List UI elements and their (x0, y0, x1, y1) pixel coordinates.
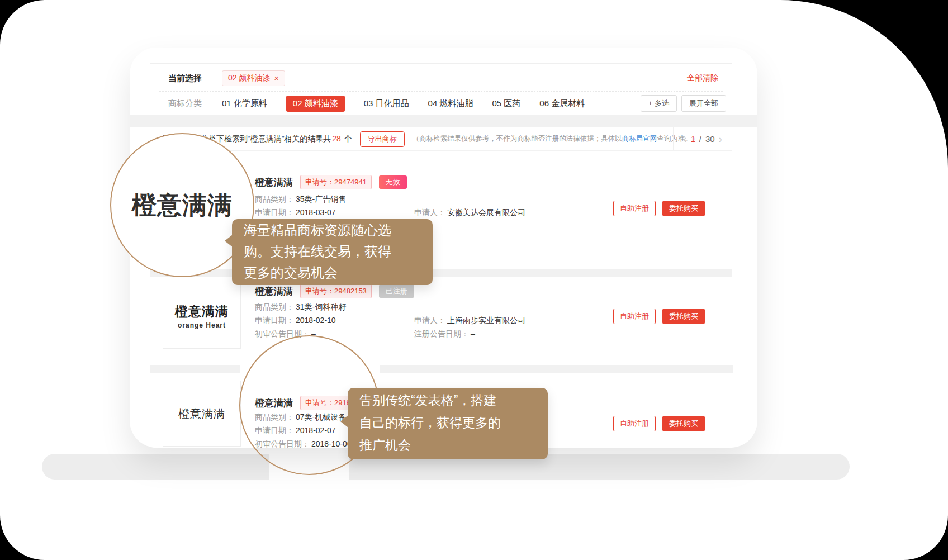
callout-tooltip-promotion: 告别传统“发表格”，搭建 自己的标行，获得更多的 推广机会 (348, 388, 548, 459)
laptop-base-left (42, 454, 269, 480)
field-apply-date: 申请日期：2018-03-07 (255, 208, 336, 218)
pagination: ‹ 1 / 30 › (673, 127, 732, 150)
selected-filter-tag-text: 02 颜料油漆 (228, 73, 270, 83)
category-item-03[interactable]: 03 日化用品 (364, 98, 409, 109)
self-register-button[interactable]: 自助注册 (613, 309, 656, 324)
dashed-divider (159, 91, 723, 92)
filter-panel: 当前选择 02 颜料油漆 × 全部清除 商标分类 01 化学原料 02 颜料油漆… (150, 63, 732, 115)
field-applicant: 申请人：安徽美达会展有限公司 (414, 208, 525, 218)
self-register-button[interactable]: 自助注册 (613, 416, 656, 431)
export-trademarks-button[interactable]: 导出商标 (360, 131, 405, 147)
trademark-name: 橙意满满 (255, 176, 293, 189)
field-category: 商品类别：31类-饲料种籽 (255, 302, 346, 312)
clear-all-link[interactable]: 全部清除 (687, 73, 718, 83)
trademark-image-tile[interactable]: 橙意满满 (163, 381, 241, 447)
row-divider-band (380, 365, 733, 373)
category-item-04[interactable]: 04 燃料油脂 (428, 98, 473, 109)
category-item-01[interactable]: 01 化学原料 (222, 98, 267, 109)
results-header: 为您在当前分类下检索到“橙意满满”相关的结果共28 个 导出商标 （商标检索结果… (150, 127, 732, 151)
field-category: 商品类别：35类-广告销售 (255, 194, 346, 205)
trademark-image-tile[interactable]: 橙意满满 orange Heart (163, 283, 241, 349)
entrust-purchase-button[interactable]: 委托购买 (662, 309, 705, 324)
chevron-left-icon[interactable]: ‹ (683, 134, 686, 144)
category-item-02-selected[interactable]: 02 颜料油漆 (286, 96, 345, 112)
application-number-badge: 申请号：29474941 (300, 175, 372, 189)
category-row: 商标分类 01 化学原料 02 颜料油漆 03 日化用品 04 燃料油脂 05 … (168, 95, 726, 112)
page-canvas: 当前选择 02 颜料油漆 × 全部清除 商标分类 01 化学原料 02 颜料油漆… (0, 0, 948, 560)
results-count: 28 (332, 134, 341, 143)
selected-filter-tag: 02 颜料油漆 × (222, 70, 285, 86)
entrust-purchase-button[interactable]: 委托购买 (662, 416, 705, 431)
magnified-trademark-text: 橙意满满 (132, 189, 233, 222)
tooltip-arrow-icon (225, 235, 233, 247)
trademark-office-link[interactable]: 商标局官网 (622, 135, 657, 143)
field-applicant: 申请人：上海雨步实业有限公司 (414, 316, 525, 326)
status-badge: 已注册 (379, 284, 414, 298)
trademark-name: 橙意满满 (255, 285, 293, 298)
category-item-05[interactable]: 05 医药 (492, 98, 520, 109)
results-disclaimer: （商标检索结果仅供参考，不作为商标能否注册的法律依据；具体以商标局官网查询为准。… (413, 134, 699, 144)
self-register-button[interactable]: 自助注册 (613, 201, 656, 216)
category-item-06[interactable]: 06 金属材料 (539, 98, 585, 109)
callout-tooltip-marketplace: 海量精品商标资源随心选 购。支持在线交易，获得 更多的交易机会 (232, 219, 433, 285)
chevron-right-icon[interactable]: › (719, 134, 722, 144)
expand-all-button[interactable]: 展开全部 (681, 95, 726, 112)
pagination-current: 1 (690, 134, 695, 144)
pagination-total: 30 (705, 134, 715, 144)
current-selection-row: 当前选择 02 颜料油漆 × 全部清除 (168, 67, 718, 89)
result-row-2: 橙意满满 orange Heart 橙意满满 申请号：29482153 已注册 … (150, 277, 732, 365)
tooltip-arrow-icon (340, 415, 348, 428)
field-apply-date: 申请日期：2018-02-10 (255, 316, 336, 326)
entrust-purchase-button[interactable]: 委托购买 (662, 201, 705, 216)
current-selection-label: 当前选择 (168, 73, 202, 84)
multi-select-button[interactable]: + 多选 (641, 95, 677, 112)
row-divider-band (150, 365, 240, 373)
section-divider-strip (130, 115, 757, 127)
category-label: 商标分类 (168, 98, 202, 109)
status-badge: 无效 (379, 175, 407, 189)
close-icon[interactable]: × (274, 74, 278, 83)
application-number-badge: 申请号：29482153 (300, 284, 372, 298)
field-registration-publication: 注册公告日期：– (414, 329, 475, 339)
